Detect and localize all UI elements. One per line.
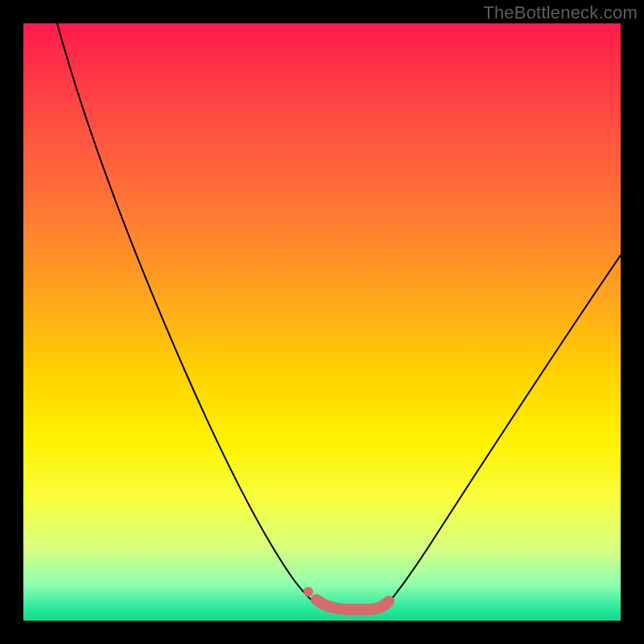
minimum-highlight xyxy=(316,600,389,609)
watermark-text: TheBottleneck.com xyxy=(483,2,638,23)
minimum-highlight-dot xyxy=(303,587,313,597)
plot-area xyxy=(23,23,621,621)
curve-right xyxy=(390,255,621,601)
chart-frame: TheBottleneck.com xyxy=(0,0,644,644)
curves-overlay xyxy=(23,23,621,621)
curve-left xyxy=(57,23,313,601)
